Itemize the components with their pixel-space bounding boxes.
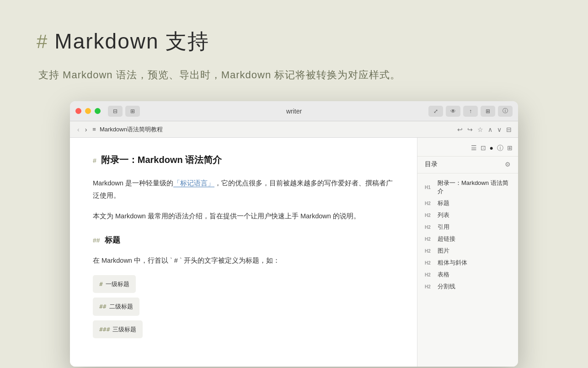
document-icon: ≡ — [92, 126, 96, 133]
section-h1-title: # 附录一：Markdown 语法简介 — [93, 152, 394, 168]
toc-level-6: H2 — [425, 260, 434, 265]
toc-level-3: H2 — [425, 225, 434, 230]
toc-item-2[interactable]: H2 列表 — [417, 209, 518, 221]
para-1: Markdown 是一种轻量级的「标记语言」，它的优点很多，目前被越来越多的写作… — [93, 177, 394, 202]
title-bar-right: ⤢ 👁 ↑ ⊞ ⓘ — [428, 106, 513, 117]
toc-level-1: H2 — [425, 201, 434, 206]
h2-text: 标题 — [105, 233, 120, 248]
toc-item-5[interactable]: H2 图片 — [417, 245, 518, 257]
code-block-1: # 一级标题 — [93, 275, 136, 293]
code-block-3: ### 三级标题 — [93, 320, 143, 338]
toc-level-2: H2 — [425, 213, 434, 218]
editor-area[interactable]: # 附录一：Markdown 语法简介 Markdown 是一种轻量级的「标记语… — [70, 138, 417, 367]
toc-item-8[interactable]: H2 分割线 — [417, 281, 518, 292]
header-section: # Markdown 支持 支持 Markdown 语法，预览、导出时，Mark… — [37, 27, 551, 83]
toc-text-3: 引用 — [438, 223, 449, 231]
sidebar-grid-icon[interactable]: ⊞ — [507, 144, 513, 152]
sidebar-info-icon[interactable]: ⓘ — [497, 144, 503, 152]
toc-text-8: 分割线 — [438, 282, 455, 291]
code-hash-2: ## — [99, 301, 107, 312]
grid-view-button[interactable]: ⊞ — [481, 106, 495, 117]
toc-item-1[interactable]: H2 标题 — [417, 197, 518, 209]
toc-text-2: 列表 — [438, 211, 449, 219]
sidebar-header: 目录 ⚙ — [417, 160, 518, 173]
app-window: ⊟ ⊞ writer ⤢ 👁 ↑ ⊞ ⓘ ‹ › ≡ M — [70, 101, 518, 367]
toc-level-7: H2 — [425, 272, 434, 277]
para-3: 在 Markdown 中，行首以 ` # ` 开头的文字被定义为标题，如： — [93, 254, 394, 267]
maximize-button[interactable] — [95, 108, 101, 114]
nav-back-button[interactable]: ‹ — [75, 125, 81, 134]
code-text-2: 二级标题 — [109, 301, 133, 312]
sidebar-toggle-button[interactable]: ⊟ — [108, 106, 123, 117]
toc-text-5: 图片 — [438, 247, 449, 255]
preview-button[interactable]: 👁 — [446, 106, 460, 117]
toc-text-6: 粗体与斜体 — [438, 259, 467, 267]
editor-content: # 附录一：Markdown 语法简介 Markdown 是一种轻量级的「标记语… — [93, 152, 394, 343]
page-title: Markdown 支持 — [54, 27, 209, 56]
toc-level-5: H2 — [425, 249, 434, 254]
toc-level-4: H2 — [425, 237, 434, 242]
nav-arrows: ‹ › — [75, 125, 89, 134]
move-up-button[interactable]: ∧ — [487, 125, 493, 134]
toc-text-4: 超链接 — [438, 235, 455, 243]
toc-sidebar: ☰ ⊡ ● ⓘ ⊞ 目录 ⚙ H1 附录一：Markdown 语法简介 — [417, 138, 518, 367]
toc-item-7[interactable]: H2 表格 — [417, 269, 518, 281]
toc-item-3[interactable]: H2 引用 — [417, 221, 518, 233]
code-hash-1: # — [99, 279, 103, 289]
section-h2-title: ## 标题 — [93, 233, 394, 248]
h1-text: 附录一：Markdown 语法简介 — [101, 152, 222, 168]
h1-hash: # — [93, 155, 96, 167]
undo-button[interactable]: ↩ — [456, 125, 464, 134]
layout-button[interactable]: ⊟ — [505, 125, 513, 134]
info-button[interactable]: ⓘ — [498, 106, 513, 117]
nav-forward-button[interactable]: › — [83, 125, 89, 134]
link-markup-lang[interactable]: 「标记语言」 — [173, 179, 214, 187]
hash-icon: # — [37, 32, 47, 51]
traffic-lights — [75, 108, 101, 114]
h2-hash: ## — [93, 235, 100, 246]
sidebar-title-label: 目录 — [425, 160, 438, 168]
code-hash-3: ### — [99, 324, 110, 335]
toc-item-6[interactable]: H2 粗体与斜体 — [417, 257, 518, 269]
toc-list: H1 附录一：Markdown 语法简介 H2 标题 H2 列表 H2 — [417, 177, 518, 292]
toc-text-0: 附录一：Markdown 语法简介 — [438, 179, 511, 195]
code-text-3: 三级标题 — [112, 324, 136, 335]
sidebar-doc-icon[interactable]: ☰ — [471, 144, 477, 152]
code-text-1: 一级标题 — [106, 279, 129, 289]
page-subtitle: 支持 Markdown 语法，预览、导出时，Markdown 标记将被转换为对应… — [37, 67, 551, 83]
toc-item-0[interactable]: H1 附录一：Markdown 语法简介 — [417, 177, 518, 197]
document-name: Markdown语法简明教程 — [100, 125, 453, 134]
doc-bar-actions: ↩ ↪ ☆ ∧ ∨ ⊟ — [456, 125, 513, 134]
sidebar-camera-icon[interactable]: ⊡ — [481, 144, 486, 152]
toc-text-1: 标题 — [438, 199, 449, 207]
document-bar: ‹ › ≡ Markdown语法简明教程 ↩ ↪ ☆ ∧ ∨ ⊟ — [70, 121, 518, 138]
toc-level-8: H2 — [425, 284, 434, 289]
title-row: # Markdown 支持 — [37, 27, 551, 56]
chart-button[interactable]: ⊞ — [125, 106, 140, 117]
toc-level-0: H1 — [425, 185, 434, 190]
minimize-button[interactable] — [85, 108, 91, 114]
para-2: 本文为 Markdown 最常用的语法介绍，旨在提供一个让用户快速上手 Mark… — [93, 210, 394, 222]
redo-button[interactable]: ↪ — [466, 125, 474, 134]
title-bar: ⊟ ⊞ writer ⤢ 👁 ↑ ⊞ ⓘ — [70, 101, 518, 121]
close-button[interactable] — [75, 108, 81, 114]
export-button[interactable]: ↑ — [463, 106, 478, 117]
sidebar-active-icon[interactable]: ● — [490, 144, 493, 152]
star-button[interactable]: ☆ — [476, 125, 484, 134]
sidebar-gear-icon[interactable]: ⚙ — [505, 161, 511, 168]
code-block-2: ## 二级标题 — [93, 298, 139, 315]
move-down-button[interactable]: ∨ — [496, 125, 502, 134]
fullscreen-button[interactable]: ⤢ — [428, 106, 443, 117]
window-title: writer — [286, 108, 302, 115]
page-container: # Markdown 支持 支持 Markdown 语法，预览、导出时，Mark… — [0, 0, 588, 368]
main-area: # 附录一：Markdown 语法简介 Markdown 是一种轻量级的「标记语… — [70, 138, 518, 367]
toc-item-4[interactable]: H2 超链接 — [417, 233, 518, 245]
toc-text-7: 表格 — [438, 271, 449, 279]
title-bar-buttons: ⊟ ⊞ — [108, 106, 140, 117]
